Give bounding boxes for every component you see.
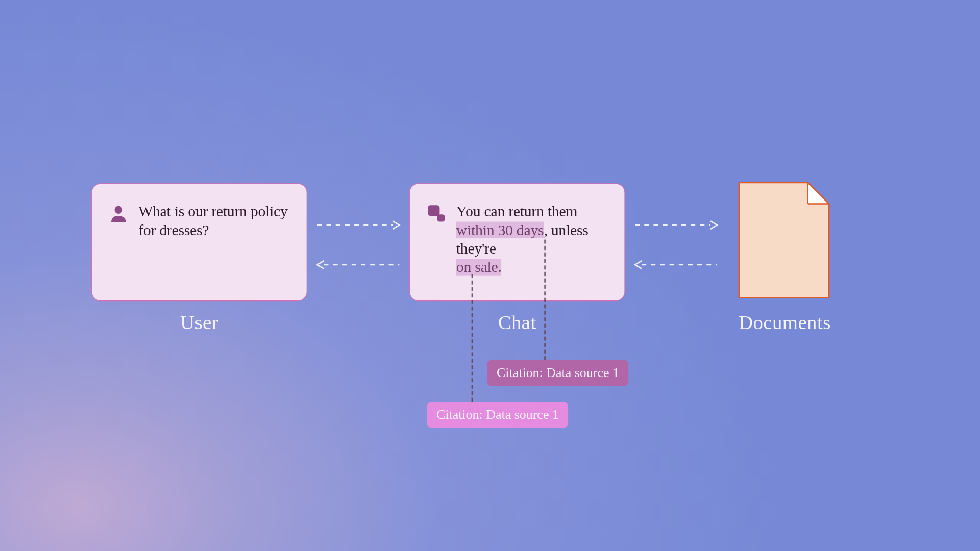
svg-rect-2 bbox=[437, 214, 445, 221]
svg-rect-1 bbox=[428, 205, 439, 216]
chat-text-prefix: You can return them bbox=[456, 203, 577, 219]
user-message-text: What is our return policy for dresses? bbox=[138, 203, 288, 240]
arrow-user-to-chat bbox=[314, 220, 402, 231]
documents-label: Documents bbox=[677, 311, 893, 334]
user-card: What is our return policy for dresses? bbox=[91, 183, 307, 301]
user-label: User bbox=[91, 311, 307, 334]
chat-label: Chat bbox=[409, 311, 625, 334]
diagram-stage: What is our return policy for dresses? U… bbox=[0, 0, 980, 550]
documents-icon bbox=[735, 179, 833, 302]
svg-point-0 bbox=[114, 206, 122, 214]
arrow-chat-to-docs bbox=[632, 220, 720, 231]
citation-badge-2: Citation: Data source 1 bbox=[427, 402, 568, 428]
chat-card: You can return them within 30 days, unle… bbox=[409, 183, 625, 301]
arrow-docs-to-chat bbox=[632, 260, 720, 270]
chat-response-text: You can return them within 30 days, unle… bbox=[456, 203, 606, 277]
arrow-chat-to-user bbox=[314, 260, 402, 270]
citation-badge-1: Citation: Data source 1 bbox=[487, 360, 628, 386]
chat-highlight-1: within 30 days bbox=[456, 222, 544, 238]
user-icon bbox=[108, 203, 129, 224]
citation-connector-2 bbox=[472, 274, 473, 402]
chat-highlight-2: on sale. bbox=[456, 259, 502, 275]
citation-connector-1 bbox=[544, 240, 546, 360]
chat-icon bbox=[426, 203, 447, 224]
